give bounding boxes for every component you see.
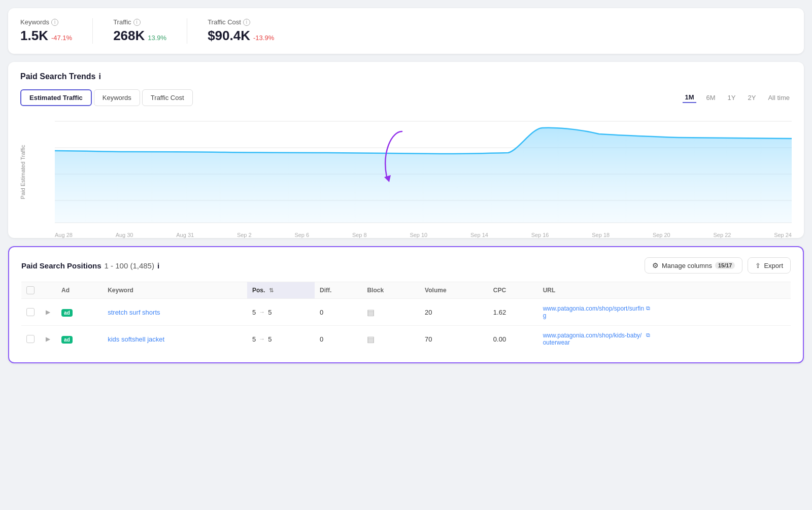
tab-keywords[interactable]: Keywords [94, 89, 140, 106]
th-cpc: CPC [488, 282, 538, 299]
row1-expand-button[interactable]: ▶ [45, 308, 51, 317]
row1-checkbox[interactable] [26, 308, 35, 316]
arrow-svg [371, 126, 412, 187]
tab-traffic-cost[interactable]: Traffic Cost [142, 89, 193, 106]
metric-traffic-value: 268K 13.9% [113, 28, 166, 44]
export-icon: ⇧ [755, 262, 761, 269]
row2-url-link[interactable]: www.patagonia.com/shop/kids-baby/outerwe… [543, 332, 786, 346]
trends-tabs: Estimated Traffic Keywords Traffic Cost [20, 89, 193, 106]
keywords-delta: -47.1% [51, 34, 72, 42]
traffic-cost-info-icon[interactable]: i [243, 19, 250, 26]
metric-keywords-label: Keywords i [20, 18, 72, 26]
th-volume: Volume [420, 282, 488, 299]
th-keyword: Keyword [103, 282, 247, 299]
x-axis-labels: Aug 28 Aug 30 Aug 31 Sep 2 Sep 6 Sep 8 S… [55, 232, 792, 238]
pos-sort-icon: ⇅ [269, 287, 274, 294]
metric-traffic-cost-label: Traffic Cost i [208, 18, 274, 26]
table-header: Ad Keyword Pos. ⇅ Diff. Block Volume CPC… [21, 282, 791, 299]
row2-checkbox[interactable] [26, 335, 35, 343]
trends-info-icon[interactable]: i [99, 72, 101, 81]
row1-url-text: www.patagonia.com/shop/sport/surfing [543, 305, 645, 319]
trends-card: Paid Search Trends i Estimated Traffic K… [8, 62, 804, 238]
table-row: ▶ ad stretch surf shorts 5 → 5 0 [21, 299, 791, 326]
th-diff: Diff. [315, 282, 362, 299]
chart-container: 300K 200K 100K 0 Aug 28 [55, 116, 792, 228]
row1-diff-cell: 0 [315, 299, 362, 326]
row2-external-icon: ⧉ [646, 332, 650, 338]
metrics-card: Keywords i 1.5K -47.1% Traffic i 268K 13… [8, 8, 804, 54]
header-actions: ⚙ Manage columns 15/17 ⇧ Export [645, 257, 791, 274]
row1-block-icon: ▤ [367, 308, 375, 317]
table-title: Paid Search Positions 1 - 100 (1,485) i [21, 261, 159, 270]
row2-ad-cell: ad [56, 326, 103, 353]
row1-ad-badge: ad [61, 309, 73, 317]
tab-estimated-traffic[interactable]: Estimated Traffic [20, 89, 92, 106]
row2-diff-cell: 0 [315, 326, 362, 353]
positions-info-icon[interactable]: i [157, 261, 159, 270]
table-body: ▶ ad stretch surf shorts 5 → 5 0 [21, 299, 791, 353]
metrics-row: Keywords i 1.5K -47.1% Traffic i 268K 13… [20, 18, 792, 44]
traffic-info-icon[interactable]: i [133, 19, 141, 26]
traffic-delta: 13.9% [148, 34, 166, 42]
th-pos[interactable]: Pos. ⇅ [247, 282, 315, 299]
trends-tab-row: Estimated Traffic Keywords Traffic Cost … [20, 89, 792, 106]
row1-keyword-cell: stretch surf shorts [103, 299, 247, 326]
row1-block-cell: ▤ [362, 299, 420, 326]
export-button[interactable]: ⇧ Export [748, 257, 791, 274]
positions-card: Paid Search Positions 1 - 100 (1,485) i … [8, 246, 804, 363]
row2-checkbox-cell [21, 326, 40, 353]
row1-url-link[interactable]: www.patagonia.com/shop/sport/surfing ⧉ [543, 305, 786, 319]
metric-traffic-label: Traffic i [113, 18, 166, 26]
time-1m[interactable]: 1M [683, 92, 696, 103]
row1-keyword-link[interactable]: stretch surf shorts [108, 309, 160, 316]
keywords-info-icon[interactable]: i [51, 19, 58, 26]
row2-block-icon: ▤ [367, 335, 375, 344]
row2-expand-button[interactable]: ▶ [45, 334, 51, 344]
time-6m[interactable]: 6M [704, 93, 718, 103]
chart-svg: 300K 200K 100K 0 [55, 116, 792, 228]
manage-columns-button[interactable]: ⚙ Manage columns 15/17 [645, 257, 743, 274]
row2-keyword-cell: kids softshell jacket [103, 326, 247, 353]
row1-expand-cell: ▶ [40, 299, 56, 326]
traffic-cost-delta: -13.9% [253, 34, 274, 42]
row1-checkbox-cell [21, 299, 40, 326]
th-block: Block [362, 282, 420, 299]
row1-ad-cell: ad [56, 299, 103, 326]
metrics-divider-2 [187, 18, 187, 44]
row1-arrow-icon: → [259, 309, 265, 316]
row2-block-cell: ▤ [362, 326, 420, 353]
positions-table: Ad Keyword Pos. ⇅ Diff. Block Volume CPC… [21, 282, 791, 352]
row1-volume-cell: 20 [420, 299, 488, 326]
columns-badge: 15/17 [715, 262, 735, 269]
metric-traffic-cost: Traffic Cost i $90.4K -13.9% [208, 18, 274, 44]
positions-count: 1 - 100 (1,485) [105, 261, 154, 270]
row2-cpc-cell: 0.00 [488, 326, 538, 353]
row2-volume-cell: 70 [420, 326, 488, 353]
time-all[interactable]: All time [766, 93, 792, 103]
header-checkbox[interactable] [26, 286, 35, 294]
row2-ad-badge: ad [61, 336, 73, 344]
th-checkbox [21, 282, 40, 299]
metric-traffic: Traffic i 268K 13.9% [113, 18, 166, 44]
row1-cpc-cell: 1.62 [488, 299, 538, 326]
time-1y[interactable]: 1Y [726, 93, 738, 103]
table-row: ▶ ad kids softshell jacket 5 → 5 0 [21, 326, 791, 353]
metrics-divider-1 [92, 18, 93, 44]
time-filters: 1M 6M 1Y 2Y All time [683, 92, 792, 103]
chart-wrapper: Paid Estimated Traffic 300K 200K 100K 0 [20, 116, 792, 228]
row2-url-text: www.patagonia.com/shop/kids-baby/outerwe… [543, 332, 645, 346]
trends-title: Paid Search Trends i [20, 72, 792, 81]
row2-pos-value: 5 → 5 [252, 335, 310, 343]
metric-keywords: Keywords i 1.5K -47.1% [20, 18, 72, 44]
th-expand [40, 282, 56, 299]
row2-arrow-icon: → [259, 335, 265, 343]
metric-traffic-cost-value: $90.4K -13.9% [208, 28, 274, 44]
row1-external-icon: ⧉ [646, 305, 650, 312]
time-2y[interactable]: 2Y [746, 93, 758, 103]
th-ad: Ad [56, 282, 103, 299]
chart-area [55, 128, 792, 223]
metric-keywords-value: 1.5K -47.1% [20, 28, 72, 44]
row1-pos-value: 5 → 5 [252, 309, 310, 316]
row2-keyword-link[interactable]: kids softshell jacket [108, 335, 164, 343]
row2-url-cell: www.patagonia.com/shop/kids-baby/outerwe… [538, 326, 791, 353]
